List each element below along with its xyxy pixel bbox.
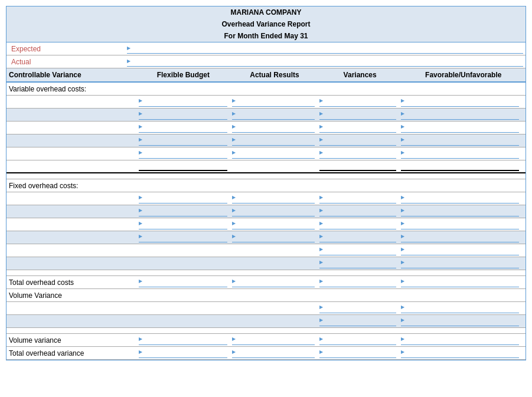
fixed-costs-label-row: Fixed overhead costs: [6,179,526,192]
fix-flex-4[interactable] [139,233,227,242]
column-headers: Controllable Variance Flexible Budget Ac… [6,68,526,83]
vol-fav-2[interactable] [401,317,519,326]
fix-row-2 [6,205,526,218]
fix-variances-2[interactable] [319,207,396,216]
var-actual-4[interactable] [232,136,315,146]
actual-row: Actual [6,55,526,68]
fix-variances-5[interactable] [319,246,396,255]
actual-label: Actual [6,58,125,66]
fix-variances-4[interactable] [319,233,396,242]
fix-row-5 [6,244,526,257]
var-flex-2[interactable] [139,110,227,120]
var-variances-4[interactable] [319,136,396,146]
fix-variances-6[interactable] [319,259,396,268]
var-fav-4[interactable] [401,136,519,146]
total-costs-variances[interactable] [319,278,396,287]
total-var-flex[interactable] [139,349,227,358]
var-variances-subtotal[interactable] [319,162,396,171]
fix-row-1 [6,192,526,205]
total-costs-fav[interactable] [401,278,519,287]
total-var-fav[interactable] [401,349,519,358]
fix-fav-3[interactable] [401,220,519,229]
actual-input[interactable] [127,57,523,67]
expected-row: Expected [6,42,526,55]
var-variances-5[interactable] [319,149,396,159]
var-row-subtotal [6,160,526,173]
var-variances-2[interactable] [319,110,396,120]
var-fav-2[interactable] [401,110,519,120]
fixed-costs-label: Fixed overhead costs: [6,182,136,190]
report-subtitle: For Month Ended May 31 [6,30,526,42]
fix-fav-1[interactable] [401,194,519,204]
spacer-2 [6,270,526,276]
total-overhead-costs-row: Total overhead costs [6,276,526,289]
fix-variances-3[interactable] [319,220,396,229]
fix-fav-2[interactable] [401,207,519,216]
volume-variance-label: Volume Variance [6,291,136,300]
fix-actual-5-empty [232,246,315,255]
fix-flex-3[interactable] [139,220,227,229]
var-fav-5[interactable] [401,149,519,159]
header-controllable: Controllable Variance [6,68,136,81]
header-variances: Variances [319,68,402,81]
var-variances-1[interactable] [319,97,396,107]
var-fav-subtotal[interactable] [401,162,519,171]
var-fav-1[interactable] [401,97,519,107]
vol-row-2 [6,315,526,328]
fix-row-6 [6,257,526,270]
total-var-variances[interactable] [319,349,396,358]
total-costs-flex[interactable] [139,278,227,287]
spacer-1 [6,173,526,179]
fix-actual-4[interactable] [232,233,315,242]
spacer-3 [6,328,526,334]
var-actual-1[interactable] [232,97,315,107]
vol-actual-2-empty [232,317,315,326]
var-flex-1[interactable] [139,97,227,107]
vol-variances-2[interactable] [319,317,396,326]
volume-variance2-row: Volume variance [6,334,526,347]
fix-row-3 [6,218,526,231]
fix-flex-6-empty [139,259,227,268]
total-overhead-variance-row: Total overhead variance [6,347,526,360]
fix-actual-2[interactable] [232,207,315,216]
header-section: MARIANA COMPANY Overhead Variance Report… [6,6,526,42]
var-actual-5[interactable] [232,149,315,159]
fix-fav-5[interactable] [401,246,519,255]
vol2-actual[interactable] [232,336,315,345]
var-flex-5[interactable] [139,149,227,159]
var-actual-2[interactable] [232,110,315,120]
fix-flex-2[interactable] [139,207,227,216]
report-container: MARIANA COMPANY Overhead Variance Report… [6,6,526,360]
total-overhead-variance-label: Total overhead variance [6,349,136,357]
vol2-variances[interactable] [319,336,396,345]
var-variances-3[interactable] [319,123,396,133]
var-fav-3[interactable] [401,123,519,133]
vol-variances-1[interactable] [319,304,396,313]
var-row-2 [6,109,526,122]
fix-variances-1[interactable] [319,194,396,204]
vol2-fav[interactable] [401,336,519,345]
fix-row-4 [6,231,526,244]
fix-actual-1[interactable] [232,194,315,204]
meta-section: Expected Actual [6,42,526,68]
fix-actual-3[interactable] [232,220,315,229]
expected-input[interactable] [127,44,523,54]
total-var-actual[interactable] [232,349,315,358]
fix-fav-6[interactable] [401,259,519,268]
expected-label: Expected [6,45,125,53]
var-flex-4[interactable] [139,136,227,146]
total-costs-actual[interactable] [232,278,315,287]
company-name: MARIANA COMPANY [6,6,526,18]
var-flex-3[interactable] [139,123,227,133]
vol-row-1 [6,302,526,315]
vol-fav-1[interactable] [401,304,519,313]
total-overhead-costs-label: Total overhead costs [6,278,136,287]
var-flex-subtotal[interactable] [139,162,227,171]
var-row-3 [6,122,526,134]
fix-actual-6-empty [232,259,315,268]
vol2-flex[interactable] [139,336,227,345]
fix-flex-1[interactable] [139,194,227,204]
fix-fav-4[interactable] [401,233,519,242]
var-actual-3[interactable] [232,123,315,133]
var-actual-subtotal [232,162,315,171]
